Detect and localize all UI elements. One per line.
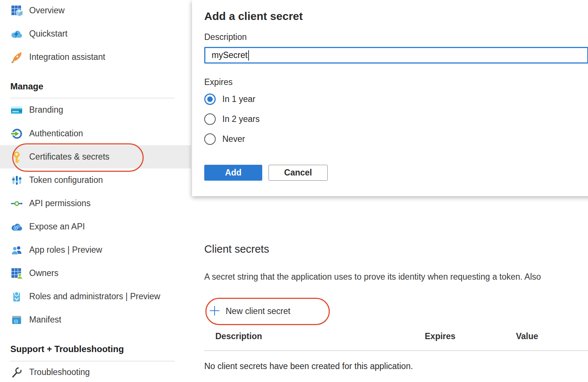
sidebar-item-label: Manifest (29, 315, 61, 325)
radio-label: In 1 year (222, 94, 256, 104)
sidebar-item-quickstart[interactable]: Quickstart (0, 22, 191, 45)
sidebar-item-owners[interactable]: Owners (0, 262, 191, 285)
sidebar-item-branding[interactable]: www Branding (0, 98, 191, 122)
owners-icon (10, 267, 23, 280)
sidebar-item-label: App roles | Preview (29, 245, 102, 255)
authentication-icon (10, 127, 23, 140)
sidebar-item-certificates-secrets[interactable]: Certificates & secrets (0, 145, 191, 168)
sidebar-item-roles-administrators[interactable]: Roles and administrators | Preview (0, 285, 191, 308)
sidebar-item-manifest[interactable]: {} Manifest (0, 308, 191, 331)
radio-in-1-year[interactable]: In 1 year (204, 91, 256, 107)
sidebar: Overview Quickstart Integration assi (0, 0, 191, 382)
sidebar-item-expose-an-api[interactable]: Expose an API (0, 215, 191, 238)
sidebar-item-label: Troubleshooting (29, 367, 90, 377)
text-cursor (248, 50, 249, 61)
description-input[interactable]: mySecret (204, 47, 588, 64)
api-permissions-icon (10, 197, 23, 210)
sidebar-item-label: Owners (29, 268, 58, 278)
svg-text:{}: {} (14, 319, 18, 323)
radio-label: In 2 years (222, 114, 260, 124)
app-registration-page: Overview Quickstart Integration assi (0, 0, 588, 382)
add-client-secret-dialog: Add a client secret Description mySecret… (192, 0, 588, 196)
column-header-expires: Expires (425, 331, 455, 341)
sidebar-item-app-roles[interactable]: App roles | Preview (0, 238, 191, 262)
radio-button-icon (204, 133, 216, 145)
client-secrets-title: Client secrets (204, 243, 269, 255)
empty-table-message: No client secrets have been created for … (204, 361, 413, 371)
table-header-divider (204, 350, 588, 351)
description-input-value: mySecret (212, 50, 247, 60)
sidebar-item-token-configuration[interactable]: Token configuration (0, 168, 191, 192)
new-client-secret-label: New client secret (226, 306, 290, 316)
expires-label: Expires (204, 77, 233, 87)
radio-button-icon (204, 93, 216, 105)
svg-text:www: www (12, 109, 19, 113)
quickstart-icon (10, 28, 23, 40)
plus-icon (209, 305, 220, 317)
branding-icon: www (10, 104, 23, 116)
sidebar-item-label: Quickstart (29, 29, 68, 39)
sidebar-item-label: Integration assistant (29, 52, 105, 62)
sidebar-item-label: Authentication (29, 129, 83, 139)
sidebar-item-label: API permissions (29, 198, 90, 208)
overview-icon (10, 4, 23, 17)
sidebar-item-troubleshooting[interactable]: Troubleshooting (0, 361, 191, 382)
sidebar-item-overview[interactable]: Overview (0, 0, 191, 22)
sidebar-item-label: Expose an API (29, 222, 85, 232)
roles-administrators-icon (10, 290, 23, 303)
sidebar-item-authentication[interactable]: Authentication (0, 122, 191, 145)
manifest-icon: {} (10, 314, 23, 326)
cancel-button[interactable]: Cancel (269, 165, 328, 181)
app-roles-icon (10, 244, 23, 256)
new-client-secret-button[interactable]: New client secret (209, 305, 290, 317)
client-secrets-description: A secret string that the application use… (204, 272, 588, 282)
radio-in-2-years[interactable]: In 2 years (204, 111, 260, 127)
dialog-title: Add a client secret (204, 10, 303, 23)
column-header-value: Value (516, 331, 538, 341)
add-button[interactable]: Add (204, 165, 262, 181)
sidebar-item-label: Token configuration (29, 175, 103, 185)
sidebar-item-label: Overview (29, 6, 65, 16)
integration-assistant-icon (10, 51, 23, 64)
sidebar-item-api-permissions[interactable]: API permissions (0, 192, 191, 215)
certificates-secrets-icon (10, 151, 23, 163)
token-configuration-icon (10, 174, 23, 187)
description-label: Description (204, 32, 247, 42)
sidebar-header-support-troubleshooting: Support + Troubleshooting (10, 342, 124, 356)
sidebar-item-integration-assistant[interactable]: Integration assistant (0, 45, 191, 69)
troubleshooting-icon (10, 366, 23, 379)
radio-button-icon (204, 113, 216, 125)
radio-label: Never (222, 134, 245, 144)
expose-api-icon (10, 221, 23, 233)
column-header-description: Description (215, 331, 262, 341)
sidebar-header-manage: Manage (10, 80, 43, 93)
radio-never[interactable]: Never (204, 131, 245, 147)
sidebar-item-label: Certificates & secrets (29, 152, 109, 162)
sidebar-item-label: Branding (29, 105, 63, 115)
sidebar-item-label: Roles and administrators | Preview (29, 291, 160, 301)
